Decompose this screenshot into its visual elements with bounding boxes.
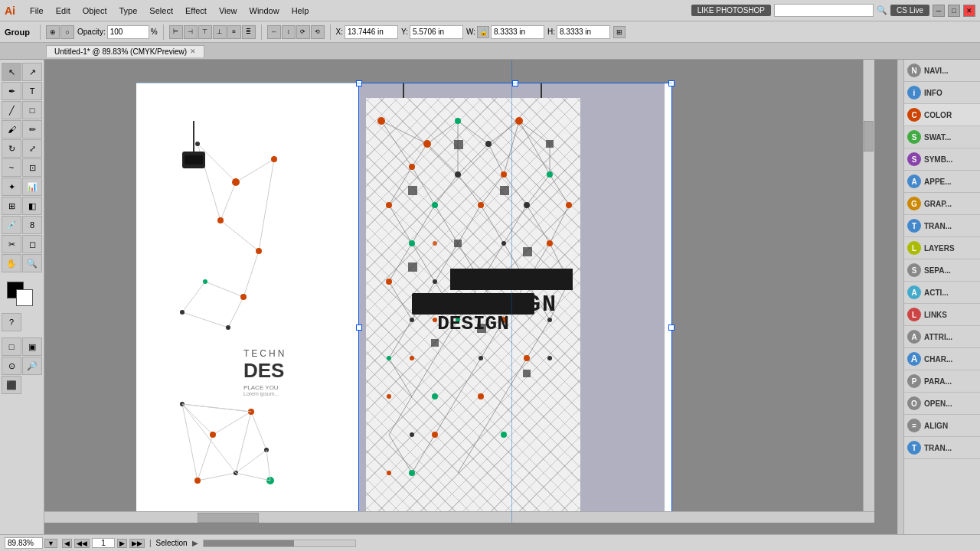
help-tool[interactable]: ?	[2, 313, 21, 331]
canvas-area[interactable]: TECHN DES PLACE YOU Lorem ipsum...	[44, 60, 897, 534]
background-color[interactable]	[16, 289, 33, 306]
opacity-input[interactable]	[107, 25, 149, 39]
search-input[interactable]	[774, 4, 874, 17]
menu-edit[interactable]: Edit	[51, 5, 76, 17]
blend-tool[interactable]: 8	[22, 216, 42, 234]
align-center-v-icon[interactable]: ≡	[227, 25, 241, 39]
align-top-icon[interactable]: ⊥	[213, 25, 227, 39]
zoom-tool-2[interactable]: 🔎	[22, 357, 42, 375]
cs-live-btn[interactable]: CS Live	[890, 5, 929, 16]
page-last-btn[interactable]: ▶▶	[129, 539, 145, 548]
align-right-icon[interactable]: ⊤	[198, 25, 212, 39]
flip-h-icon[interactable]: ↔	[267, 25, 281, 39]
page-first-btn[interactable]: ◀◀	[74, 539, 90, 548]
eraser-tool[interactable]: ◻	[22, 235, 42, 253]
page-input[interactable]	[92, 538, 115, 548]
brush-tool[interactable]: 🖌	[2, 120, 21, 139]
hscroll-bar[interactable]	[44, 511, 874, 523]
transform-icon-1[interactable]: ⊕	[46, 25, 60, 39]
scale-tool[interactable]: ⤢	[22, 139, 42, 158]
maximize-button[interactable]: □	[948, 5, 960, 17]
menu-select[interactable]: Select	[144, 5, 178, 17]
close-button[interactable]: ✕	[963, 5, 975, 17]
w-input[interactable]	[491, 25, 544, 39]
panel-appe[interactable]: A APPE...	[904, 171, 980, 193]
panel-links[interactable]: L LINKS	[904, 304, 980, 326]
column-graph-tool[interactable]: 📊	[22, 178, 42, 196]
panel-tran2[interactable]: T TRAN...	[904, 437, 980, 459]
panel-attri[interactable]: A ATTRI...	[904, 326, 980, 348]
normal-mode[interactable]: □	[2, 337, 21, 356]
type-tool[interactable]: T	[22, 82, 42, 100]
panel-sepa[interactable]: S SEPA...	[904, 259, 980, 282]
panel-swat[interactable]: S SWAT...	[904, 126, 980, 148]
vscroll-thumb[interactable]	[864, 121, 874, 152]
panel-open[interactable]: O OPEN...	[904, 393, 980, 415]
more-options-icon[interactable]: ⊞	[613, 26, 626, 38]
free-transform-tool[interactable]: ⊡	[22, 158, 42, 177]
scissors-tool[interactable]: ✂	[2, 235, 21, 253]
menu-help[interactable]: Help	[286, 5, 315, 17]
x-input[interactable]	[345, 25, 398, 39]
menu-object[interactable]: Object	[77, 5, 113, 17]
flip-icon-3[interactable]: ⟳	[296, 25, 310, 39]
vscroll-bar[interactable]	[863, 60, 874, 523]
mesh-tool[interactable]: ⊞	[2, 197, 21, 215]
page-next-btn[interactable]: ▶	[117, 539, 127, 548]
lock-aspect-icon[interactable]: 🔒	[477, 26, 489, 38]
panel-layers[interactable]: L LAYERS	[904, 237, 980, 259]
align-left-icon[interactable]: ⊢	[169, 25, 183, 39]
line-tool[interactable]: ╱	[2, 101, 21, 119]
rect-tool[interactable]: □	[22, 101, 42, 119]
minimize-button[interactable]: ─	[933, 5, 945, 17]
gradient-tool[interactable]: ◧	[22, 197, 42, 215]
align-bottom-icon[interactable]: ≣	[242, 25, 256, 39]
panel-char[interactable]: A CHAR...	[904, 348, 980, 370]
menu-file[interactable]: File	[24, 5, 49, 17]
transform-icon-2[interactable]: ○	[60, 25, 74, 39]
menu-effect[interactable]: Effect	[180, 5, 212, 17]
menu-view[interactable]: View	[214, 5, 243, 17]
h-input[interactable]	[557, 25, 610, 39]
zoom-down-btn[interactable]: ▼	[44, 539, 57, 548]
pen-tool[interactable]: ✒	[2, 82, 21, 100]
right-resize-handle[interactable]	[897, 60, 903, 534]
tab-untitled[interactable]: Untitled-1* @ 89.83% (CMYK/Preview) ✕	[46, 45, 204, 57]
panel-navi[interactable]: N NAVI...	[904, 60, 980, 82]
warp-tool[interactable]: ~	[2, 158, 21, 177]
select-tool[interactable]: ↖	[2, 63, 21, 81]
search-icon[interactable]: 🔍	[877, 5, 887, 15]
full-screen-mode[interactable]: ▣	[22, 337, 42, 356]
panel-para[interactable]: P PARA...	[904, 370, 980, 393]
hscroll-thumb[interactable]	[198, 513, 259, 523]
panel-grap[interactable]: G GRAP...	[904, 193, 980, 215]
tab-close-button[interactable]: ✕	[190, 47, 196, 55]
align-center-h-icon[interactable]: ⊣	[184, 25, 198, 39]
menu-type[interactable]: Type	[114, 5, 143, 17]
panel-align[interactable]: = ALIGN	[904, 415, 980, 437]
view-mode[interactable]: ⊙	[2, 357, 21, 375]
sel-handle-mr[interactable]	[668, 324, 675, 331]
direct-select-tool[interactable]: ↗	[22, 63, 42, 81]
y-input[interactable]	[410, 25, 463, 39]
zoom-input[interactable]	[5, 537, 43, 549]
panel-symb[interactable]: S SYMB...	[904, 148, 980, 171]
menu-window[interactable]: Window	[244, 5, 285, 17]
like-photoshop-btn[interactable]: LIKE PHOTOSHOP	[691, 5, 771, 16]
flip-icon-4[interactable]: ⟲	[311, 25, 325, 39]
extra-tool[interactable]: ⬛	[2, 376, 21, 394]
eyedropper-tool[interactable]: 💉	[2, 216, 21, 234]
toolbar-sep-1	[40, 24, 41, 40]
symbol-tool[interactable]: ✦	[2, 178, 21, 196]
page-prev-btn[interactable]: ◀	[62, 539, 72, 548]
rotate-tool[interactable]: ↻	[2, 139, 21, 158]
panel-tran[interactable]: T TRAN...	[904, 215, 980, 237]
zoom-tool[interactable]: 🔍	[22, 254, 42, 272]
pencil-tool[interactable]: ✏	[22, 120, 42, 139]
panel-color[interactable]: C COLOR	[904, 104, 980, 126]
flip-v-icon[interactable]: ↕	[282, 25, 296, 39]
panel-acti[interactable]: A ACTI...	[904, 282, 980, 304]
hand-tool[interactable]: ✋	[2, 254, 21, 272]
panel-info[interactable]: i INFO	[904, 82, 980, 104]
sel-handle-tr[interactable]	[668, 80, 675, 86]
